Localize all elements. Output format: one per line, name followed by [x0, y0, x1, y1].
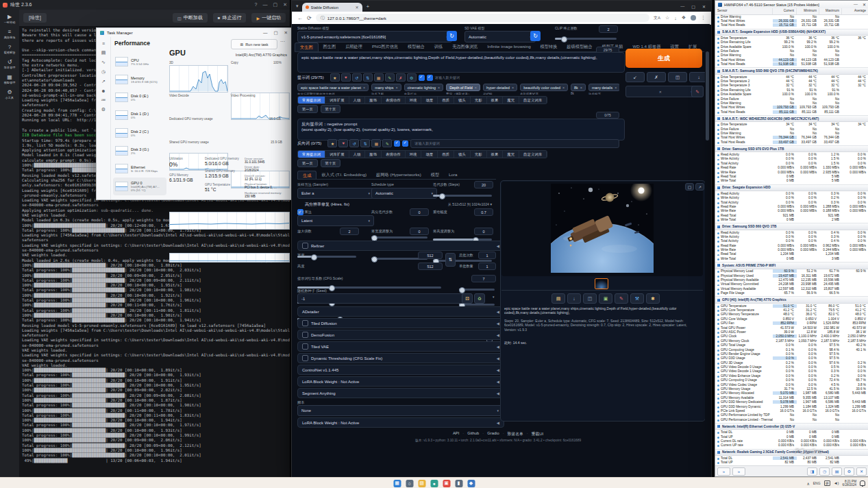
hwinfo-column-Average[interactable]: Average	[842, 8, 868, 14]
category-tab-魔咒[interactable]: 魔咒	[503, 151, 519, 158]
category-tab-词库扩展[interactable]: 词库扩展	[325, 97, 349, 103]
browser-icon[interactable]: ●	[430, 480, 438, 487]
chip-remove-icon[interactable]: ×	[512, 86, 514, 90]
prompt-chip[interactable]: 8k×8k	[571, 84, 586, 95]
denoise-value[interactable]: 0.7	[474, 208, 493, 216]
hwinfo-sensor-row[interactable]: Read Rate0.000 MB/s0.000 MB/s1.330 MB/s0…	[715, 166, 868, 170]
hwinfo-sensor-row[interactable]: Write Activity0.0 %0.0 %0.2 %0.0 %	[715, 196, 868, 200]
hwinfo-sensor-row[interactable]: GPU Performance Limited - ThermalNoNoNo	[715, 417, 868, 422]
run-new-task-button[interactable]: ⊞Run new task	[231, 39, 277, 49]
upscaler-dropdown[interactable]: Latent▾	[297, 215, 374, 226]
hwinfo-column-Current[interactable]: Current	[773, 8, 797, 14]
new-keyword-input[interactable]: 请输入新关键词	[435, 75, 460, 80]
notification-bell-icon[interactable]	[860, 480, 865, 486]
chip-remove-icon[interactable]: ×	[396, 86, 398, 90]
hwinfo-sensor-row[interactable]: Drive Temperature36 °C36 °C36 °C36 °C	[715, 36, 868, 40]
hwinfo-sensor-row[interactable]: Total Activity0.0 %0.0 %0.4 %0.0 %	[715, 239, 868, 243]
hwinfo-sensor-row[interactable]: Total Host Reads85,111 GB85,111 GB85,111…	[715, 110, 868, 114]
hwinfo-sensor-row[interactable]: PCIe Link Speed16.0 GT/s16.0 GT/s16.0 GT…	[715, 408, 868, 413]
footer-link-Gradio[interactable]: Gradio	[487, 431, 499, 437]
hwinfo-sensor-row[interactable]: Drive Temperature44 °C44 °C44 °C44 °C	[715, 75, 868, 79]
category-tab-场景[interactable]: 场景	[421, 151, 438, 158]
tm-sidebar-Ethernet[interactable]: EthernetS: 16.0 R: 728 Kbps	[113, 160, 166, 178]
chip-remove-icon[interactable]: ×	[475, 86, 477, 90]
tm-sidebar-Memory[interactable]: Memory19.4/31.9 GB (61%)	[113, 71, 166, 88]
tab-模型融合[interactable]: 模型融合	[403, 42, 430, 51]
refiner-accordion[interactable]: Refiner◀	[297, 241, 504, 251]
hwinfo-sensor-row[interactable]: GPU D3D Memory Dedicated5,078 MB1,967 MB…	[715, 400, 868, 404]
upscale-by-value[interactable]: 2	[340, 228, 359, 235]
tab-模型转换[interactable]: 模型转换	[536, 42, 562, 51]
category-tab-光影[interactable]: 光影	[471, 151, 487, 158]
hwinfo-sensor-row[interactable]: GPU Memory Temperature48.0 °C36.0 °C82.0…	[715, 313, 868, 317]
prompt-chip[interactable]: hyper-detailed×超精细	[483, 84, 517, 95]
viewer-corner-button[interactable]: ▢	[685, 183, 694, 191]
hwinfo-sensor-row[interactable]: Drive Temperature 244 °C44 °C44 °C44 °C	[715, 79, 868, 83]
hwinfo-sensor-row[interactable]: Drive Temperature 332 °C32 °C32 °C32 °C	[715, 84, 868, 88]
hires-resolution-hint[interactable]: 从 512x512 到 1024x1024 ▾	[415, 202, 492, 207]
bookmark-star-icon[interactable]: ☆	[665, 15, 669, 21]
hwinfo-column-Minimum[interactable]: Minimum	[797, 8, 819, 14]
browser-window-control-1[interactable]: ▢	[691, 4, 695, 9]
hwinfo-sensor-row[interactable]: Read Activity0.0 %0.0 %1.2 %0.0 %	[715, 152, 868, 156]
chip-epic space battle near a water planet[interactable]: epic space battle near a water planet×	[297, 84, 369, 91]
hwinfo-sensor-table[interactable]: Drive WarningNoNoNoTotal Host Writes26,3…	[715, 14, 868, 466]
extensions-icon[interactable]: ❖	[682, 15, 686, 21]
hires-steps-value[interactable]: 0	[410, 208, 429, 216]
category-tab-环境[interactable]: 环境	[406, 151, 422, 158]
batch-count-slider[interactable]	[459, 289, 495, 291]
subcategory-第一页[interactable]: 第一页	[297, 159, 318, 167]
category-tab-自定义词库[interactable]: 自定义词库	[519, 97, 547, 103]
chip-8k[interactable]: 8k×	[571, 84, 586, 91]
tm-rail-icon-4[interactable]: ↗	[101, 79, 106, 84]
accordion-DemoFusion[interactable]: DemoFusion◀	[297, 330, 504, 340]
batch-count-value[interactable]: 1	[478, 252, 496, 259]
show-translation-checkbox[interactable]	[427, 75, 433, 81]
sidebar-item-小工具[interactable]: ⚙小工具	[5, 89, 14, 99]
hwinfo-window-control-1[interactable]: ✕	[863, 2, 866, 7]
accordion-Segment Anything[interactable]: Segment Anything◀	[297, 388, 504, 398]
script-dropdown[interactable]: None▾	[297, 405, 503, 416]
site-info-icon[interactable]: ⓘ	[321, 15, 325, 21]
category-tab-人物[interactable]: 人物	[349, 151, 366, 158]
sidebar-item-疑难解答[interactable]: ?疑难解答	[3, 44, 16, 54]
hwinfo-sensor-row[interactable]: Write Rate0.000 MB/s0.000 MB/s0.244 MB/s…	[715, 247, 868, 252]
prompt-chip[interactable]: many ships×许多飞船	[371, 84, 401, 95]
tm-rail-icon-1[interactable]: ▤	[101, 50, 106, 56]
hwinfo-sensor-row[interactable]: GPU Total Usage0.0 %0.0 %97.5 %40.2 %	[715, 343, 868, 347]
translate-icon[interactable]: ⇅	[363, 73, 373, 82]
hwinfo-sensor-row[interactable]: Physical Memory Load60.9 %51.2 %61.7 %60…	[715, 269, 868, 273]
category-tab-表情动作[interactable]: 表情动作	[382, 151, 406, 158]
hwinfo-sensor-row[interactable]: GPU ASIC Power39.0 W12.8 W185.8 W38.1 W	[715, 330, 868, 334]
category-tab-服饰[interactable]: 服饰	[365, 97, 382, 103]
edit-icon[interactable]: ✎	[385, 73, 395, 82]
hwinfo-sensor-row[interactable]: GPU Video Enhance Usage0.0 %0.0 %0.2 %0.…	[715, 374, 868, 378]
tm-sidebar-Disk 0 (E:)[interactable]: Disk 0 (E:)0%	[113, 88, 166, 106]
hwinfo-sensor-row[interactable]: Write Total0 MB2 MB	[715, 217, 868, 221]
tm-window-control-0[interactable]: —	[263, 30, 268, 36]
hwinfo-sensor-row[interactable]: Read Rate0.000 MB/s0.000 MB/s1.288 MB/s0…	[715, 204, 868, 208]
hwinfo-section-Network: Intel(R) Ethernet Controller (3) I225-V[interactable]: Network: Intel(R) Ethernet Controller (3…	[715, 423, 868, 430]
console-tab[interactable]: [绘世]	[23, 13, 47, 23]
resize-height-value[interactable]: 0	[474, 228, 493, 235]
chip-remove-icon[interactable]: ×	[562, 86, 565, 90]
tab-后期处理[interactable]: 后期处理	[340, 42, 367, 51]
hwinfo-sensor-row[interactable]: Total Activity0.0 %0.0 %0.3 %0.0 %	[715, 200, 868, 204]
steps-slider[interactable]	[433, 195, 492, 197]
accordion-LoRA Block Weight : Not Active[interactable]: LoRA Block Weight : Not Active◀	[297, 376, 504, 387]
tm-rail-icon-7[interactable]: ⚙	[101, 107, 106, 112]
upscale-by-slider[interactable]	[297, 256, 356, 258]
category-tab-常用提示词[interactable]: 常用提示词	[298, 151, 325, 158]
refresh-vae-button[interactable]: ↻	[530, 31, 541, 41]
browser-window-control-2[interactable]: ✕	[702, 4, 706, 9]
hwinfo-sensor-row[interactable]: GPU Video Decode 1 Usage0.0 %0.0 %0.3 %0…	[715, 369, 868, 374]
chip-remove-icon[interactable]: ×	[580, 86, 582, 90]
lora-block-weight-accordion[interactable]: LoRA Block Weight : Not Active◀	[297, 417, 504, 428]
hwinfo-section-Drive: Samsung SSD 860 QVO 1TB[interactable]: Drive: Samsung SSD 860 QVO 1TB	[715, 223, 868, 230]
hwinfo-toolbar-button-r0[interactable]: ◨	[807, 467, 817, 476]
tab-无边图像浏览[interactable]: 无边图像浏览	[447, 42, 482, 51]
prompt-chip[interactable]: cinematic lighting×电影灯光	[404, 84, 444, 95]
history-icon[interactable]: ↺	[349, 139, 359, 147]
tab-训练[interactable]: 训练	[430, 42, 447, 51]
resize-height-slider[interactable]	[433, 260, 492, 262]
